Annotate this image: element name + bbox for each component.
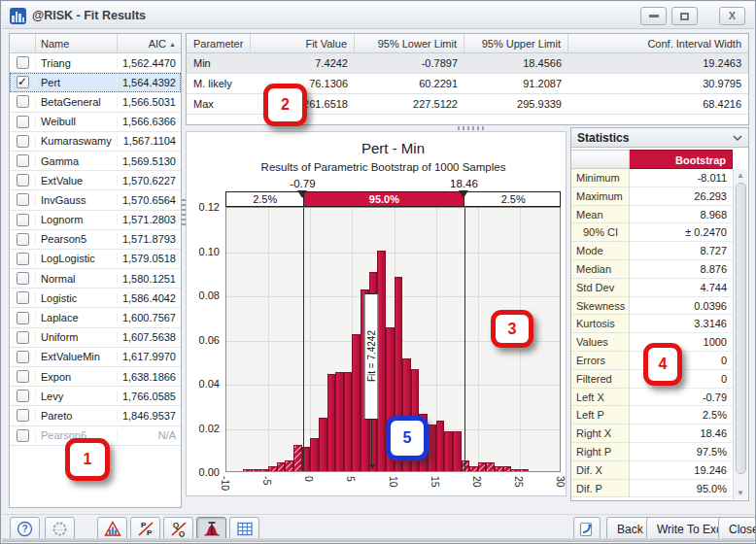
fit-checkbox[interactable] — [17, 193, 29, 206]
histogram-bar — [260, 469, 269, 471]
histogram-bar — [520, 469, 529, 471]
statistic-row[interactable]: Skewness0.0396 — [571, 297, 733, 316]
statistic-row[interactable]: Right P97.5% — [571, 443, 733, 461]
distribution-row[interactable]: Pareto1,846.9537 — [10, 406, 181, 425]
chevron-down-icon[interactable] — [732, 132, 743, 144]
qq-plot-icon: QQ — [170, 521, 188, 537]
delimiter-line[interactable] — [464, 208, 465, 471]
distribution-row[interactable]: Laplace1,600.7567 — [10, 308, 181, 327]
fit-flag-stem — [371, 420, 372, 466]
distribution-row[interactable]: Triang1,562.4470 — [10, 53, 181, 73]
minimize-button[interactable] — [640, 7, 667, 25]
statistic-label: Kurtosis — [571, 315, 630, 333]
statistic-value: -8.011 — [630, 169, 733, 187]
fit-checkbox[interactable] — [17, 154, 29, 167]
gridline — [310, 208, 311, 471]
statistic-row[interactable]: Std Dev4.744 — [571, 279, 733, 297]
fit-checkbox[interactable] — [17, 291, 29, 304]
statistic-row[interactable]: Mode8.727 — [571, 242, 733, 260]
histogram-bar — [453, 431, 462, 471]
distribution-row[interactable]: Levy1,766.0585 — [10, 387, 181, 406]
statistic-row[interactable]: Left X-0.79 — [571, 389, 733, 407]
distribution-row[interactable]: Logistic1,586.4042 — [10, 289, 181, 308]
statistics-panel-header[interactable]: Statistics — [571, 128, 748, 148]
delimiter-line[interactable] — [303, 208, 304, 471]
fit-checkbox[interactable] — [17, 95, 29, 108]
distribution-row[interactable]: ExtValueMin1,617.9970 — [10, 348, 181, 367]
parameter-cell: 30.9795 — [568, 78, 748, 89]
fit-checkbox[interactable] — [17, 116, 29, 128]
interval-width-col-header[interactable]: Conf. Interval Width — [568, 34, 748, 52]
fit-checkbox[interactable] — [17, 56, 29, 69]
distribution-row[interactable]: Gamma1,569.5130 — [10, 152, 181, 171]
right-delimiter-handle[interactable] — [459, 190, 468, 198]
statistic-row[interactable]: Kurtosis3.3146 — [571, 315, 733, 333]
statistic-row[interactable]: Mean8.968 — [571, 206, 733, 224]
statistic-row[interactable]: Maximum26.293 — [571, 187, 733, 206]
distribution-name: LogLogistic — [36, 253, 118, 264]
scroll-down-icon[interactable]: ▼ — [734, 489, 747, 497]
fit-checkbox[interactable] — [17, 214, 29, 226]
histogram-bar — [293, 445, 302, 471]
gear-icon: ... — [52, 521, 68, 537]
left-delimiter-handle[interactable] — [297, 190, 307, 198]
distribution-row[interactable]: Expon1,638.1866 — [10, 367, 181, 387]
distribution-row[interactable]: Weibull1,566.6366 — [10, 113, 181, 132]
param-col-header[interactable]: Parameter — [187, 34, 251, 52]
left-delimiter-value: -0.79 — [290, 178, 315, 189]
scroll-up-icon[interactable]: ▲ — [734, 171, 747, 180]
aic-value: 1,567.1104 — [118, 135, 181, 147]
checkbox-column-header[interactable] — [10, 34, 36, 52]
fit-checkbox[interactable] — [17, 174, 29, 187]
fit-checkbox[interactable] — [17, 272, 29, 285]
statistic-row[interactable]: Right X18.46 — [571, 425, 733, 443]
fit-checkbox[interactable] — [17, 429, 29, 442]
statistic-row[interactable]: Dif. X19.246 — [571, 461, 733, 480]
distribution-row[interactable]: InvGauss1,570.6564 — [10, 190, 181, 210]
scrollbar-thumb[interactable] — [736, 183, 746, 474]
distribution-row[interactable]: Lognorm1,571.2803 — [10, 211, 181, 230]
fit-value-col-header[interactable]: Fit Value — [251, 34, 355, 52]
statistic-row[interactable]: 90% CI± 0.2470 — [571, 223, 733, 242]
upper-limit-col-header[interactable]: 95% Upper Limit — [464, 34, 568, 52]
horizontal-splitter-handle[interactable] — [458, 126, 485, 130]
statistic-row[interactable]: Dif. P95.0% — [571, 480, 733, 498]
maximize-button[interactable] — [671, 7, 698, 25]
fit-checkbox[interactable] — [17, 351, 29, 363]
aic-value: 1,638.1866 — [118, 371, 181, 383]
parameter-row[interactable]: Min7.4242-0.789718.456619.2463 — [187, 53, 748, 74]
statistics-scrollbar[interactable]: ▲ ▼ — [733, 169, 747, 499]
statistic-value: -0.79 — [630, 389, 733, 407]
fit-checkbox[interactable]: ✓ — [17, 76, 29, 88]
statistic-label: Dif. X — [571, 461, 630, 480]
distribution-row[interactable]: Pearson51,571.8793 — [10, 230, 181, 250]
fit-checkbox[interactable] — [17, 370, 29, 383]
aic-value: 1,571.8793 — [118, 233, 181, 245]
distribution-row[interactable]: ✓Pert1,564.4392 — [10, 73, 181, 92]
bootstrap-column-header[interactable]: Bootstrap — [630, 150, 733, 169]
distribution-row[interactable]: Normal1,580.1251 — [10, 269, 181, 289]
maximize-icon — [680, 13, 689, 20]
statistic-label: Right P — [571, 443, 630, 461]
name-column-header[interactable]: Name — [36, 34, 118, 52]
statistic-row[interactable]: Median8.876 — [571, 260, 733, 279]
fit-checkbox[interactable] — [17, 312, 29, 324]
statistic-row[interactable]: Left P2.5% — [571, 406, 733, 425]
fit-checkbox[interactable] — [17, 233, 29, 246]
distribution-row[interactable]: Kumaraswamy1,567.1104 — [10, 132, 181, 152]
statistic-row[interactable]: Minimum-8.011 — [571, 169, 733, 187]
distribution-row[interactable]: LogLogistic1,579.0518 — [10, 250, 181, 269]
fit-checkbox[interactable] — [17, 253, 29, 265]
fit-checkbox[interactable] — [17, 135, 29, 148]
fit-list-rows: Triang1,562.4470✓Pert1,564.4392BetaGener… — [10, 53, 181, 446]
distribution-row[interactable]: BetaGeneral1,566.5031 — [10, 92, 181, 112]
aic-column-header[interactable]: AIC▲ — [118, 34, 181, 52]
fit-checkbox[interactable] — [17, 331, 29, 344]
distribution-row[interactable]: ExtValue1,570.6227 — [10, 171, 181, 190]
fit-checkbox[interactable] — [17, 390, 29, 402]
close-button[interactable]: X — [719, 7, 745, 25]
minimize-icon — [649, 15, 659, 17]
distribution-row[interactable]: Uniform1,607.5638 — [10, 328, 181, 348]
fit-checkbox[interactable] — [17, 409, 29, 422]
lower-limit-col-header[interactable]: 95% Lower Limit — [355, 34, 464, 52]
